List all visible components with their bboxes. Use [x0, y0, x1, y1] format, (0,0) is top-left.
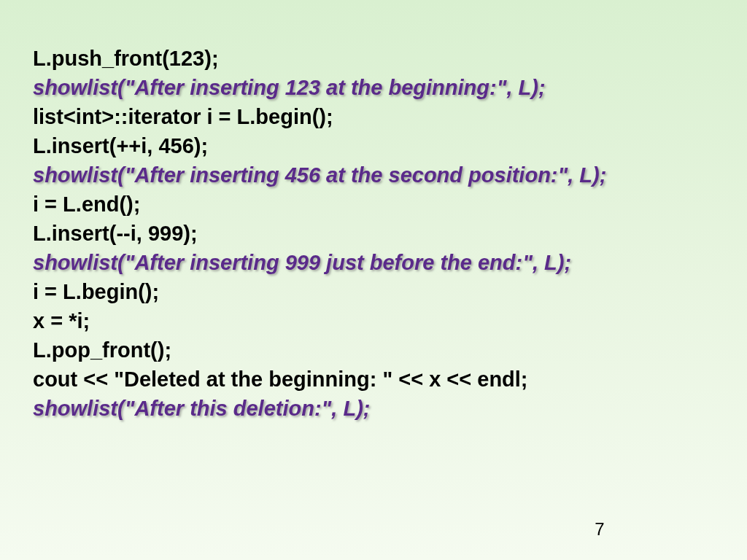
code-line: i = L.end();: [33, 190, 714, 219]
code-line: L.pop_front();: [33, 335, 714, 365]
code-line: showlist("After inserting 999 just befor…: [33, 248, 714, 277]
code-line: cout << "Deleted at the beginning: " << …: [33, 365, 714, 394]
code-line: showlist("After inserting 456 at the sec…: [33, 160, 714, 190]
code-line: x = *i;: [33, 306, 714, 335]
code-line: L.insert(++i, 456);: [33, 131, 714, 160]
code-line: showlist("After inserting 123 at the beg…: [33, 73, 714, 102]
code-line: showlist("After this deletion:", L);: [33, 394, 714, 423]
page-number: 7: [0, 519, 747, 540]
code-line: i = L.begin();: [33, 277, 714, 306]
code-line: list<int>::iterator i = L.begin();: [33, 102, 714, 131]
code-line: L.insert(--i, 999);: [33, 219, 714, 248]
slide-content: L.push_front(123); showlist("After inser…: [0, 0, 747, 423]
code-line: L.push_front(123);: [33, 44, 714, 73]
